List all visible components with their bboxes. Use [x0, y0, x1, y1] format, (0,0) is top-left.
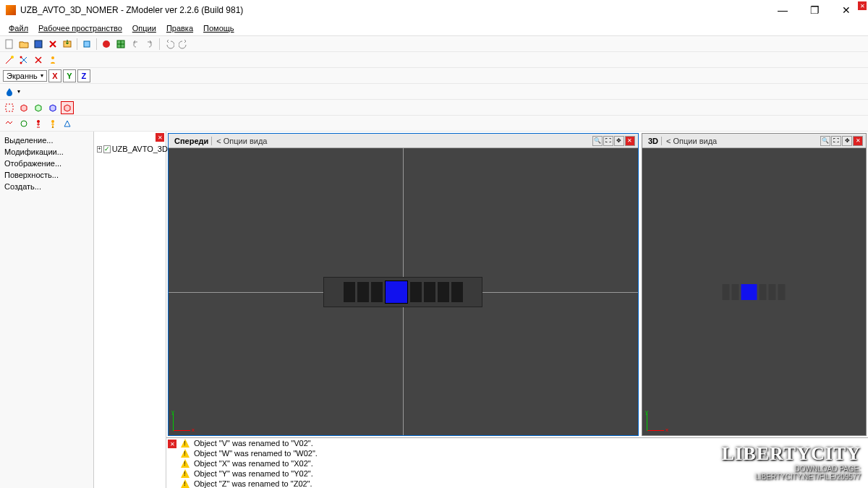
delete-icon[interactable]: [46, 38, 59, 51]
cube4-icon[interactable]: [61, 101, 74, 114]
redo-icon[interactable]: [143, 38, 156, 51]
redo2-icon[interactable]: [177, 38, 190, 51]
vp-zoom-icon[interactable]: 🔍: [592, 136, 603, 146]
new-file-icon[interactable]: [3, 38, 16, 51]
viewport-3d[interactable]: 3D < Опции вида 🔍 ⛶ ✥ ✕: [642, 133, 867, 436]
viewport-canvas-3d[interactable]: xy: [642, 148, 866, 435]
grid-icon[interactable]: [114, 38, 127, 51]
vp-pan-icon[interactable]: ✥: [842, 136, 852, 146]
vp-fit-icon[interactable]: ⛶: [603, 136, 613, 146]
svg-point-7: [20, 56, 22, 58]
cube2-icon[interactable]: [32, 101, 45, 114]
cut-icon[interactable]: [32, 53, 45, 67]
undo-icon[interactable]: [129, 38, 142, 51]
viewport-canvas-front[interactable]: xy: [169, 148, 638, 435]
menu-help[interactable]: Помощь: [199, 22, 239, 34]
undo2-icon[interactable]: [163, 38, 176, 51]
svg-point-6: [11, 56, 14, 59]
watermark-line2: LIBERTYCITY.NET/FILE/209577: [722, 473, 861, 481]
menu-edit[interactable]: Правка: [162, 22, 197, 34]
tree-root[interactable]: + ✓ UZB_AVTO_3D: [94, 143, 166, 155]
drop-icon[interactable]: [3, 85, 16, 98]
vp-close-icon[interactable]: ✕: [853, 136, 863, 146]
model-plate-3d: [723, 284, 786, 300]
watermark-brand: LIBERTYCITY: [722, 443, 861, 465]
svg-point-13: [51, 120, 54, 123]
viewport-options[interactable]: < Опции вида: [216, 137, 267, 145]
panel-close-icon[interactable]: ✕: [858, 1, 867, 10]
mode2-icon[interactable]: [17, 117, 30, 130]
mode3-icon[interactable]: [32, 117, 45, 130]
viewport-options[interactable]: < Опции вида: [666, 137, 717, 145]
app-icon: [6, 5, 16, 15]
person-icon[interactable]: [46, 53, 59, 67]
warning-icon: [181, 479, 190, 488]
warning-icon: [181, 449, 190, 458]
tool-icon[interactable]: [80, 38, 93, 51]
vp-zoom-icon[interactable]: 🔍: [820, 136, 830, 146]
svg-point-12: [37, 120, 40, 123]
axis-mode-dropdown[interactable]: Экраннь ▾: [3, 70, 47, 82]
viewport-front[interactable]: Спереди < Опции вида 🔍 ⛶ ✥ ✕: [168, 133, 639, 436]
mode4-icon[interactable]: [46, 117, 59, 130]
left-row-surface[interactable]: Поверхность...: [0, 169, 93, 181]
import-icon[interactable]: [61, 38, 74, 51]
cube3-icon[interactable]: [46, 101, 59, 114]
svg-point-9: [51, 56, 54, 59]
warning-icon: [181, 469, 190, 478]
watermark-line1: DOWNLOAD PAGE:: [722, 465, 861, 473]
model-plate: [323, 277, 482, 307]
mode5-icon[interactable]: [61, 117, 74, 130]
minimize-button[interactable]: —: [767, 0, 799, 20]
menu-file[interactable]: Файл: [4, 22, 33, 34]
menu-options[interactable]: Опции: [128, 22, 161, 34]
axis-indicator: xy: [173, 409, 195, 431]
save-icon[interactable]: [32, 38, 45, 51]
vp-pan-icon[interactable]: ✥: [614, 136, 624, 146]
tree-root-label: UZB_AVTO_3D: [112, 145, 168, 153]
warning-icon: [181, 459, 190, 468]
select-icon[interactable]: [3, 101, 16, 114]
open-icon[interactable]: [17, 38, 30, 51]
left-row-modifications[interactable]: Модификации...: [0, 146, 93, 158]
axis-mode-label: Экраннь: [7, 72, 38, 80]
panel-close-icon[interactable]: ✕: [156, 133, 164, 142]
vp-close-icon[interactable]: ✕: [625, 136, 635, 146]
left-row-display[interactable]: Отображение...: [0, 158, 93, 169]
axis-z-button[interactable]: Z: [77, 69, 90, 82]
svg-rect-3: [84, 41, 90, 47]
wand-icon[interactable]: [3, 53, 16, 67]
tree-expand-icon[interactable]: +: [97, 146, 102, 153]
chevron-down-icon[interactable]: ▾: [17, 88, 20, 95]
stop-icon[interactable]: [100, 38, 113, 51]
menu-workspace[interactable]: Рабочее пространство: [34, 22, 127, 34]
axis-y-button[interactable]: Y: [63, 69, 76, 82]
panel-close-icon[interactable]: ✕: [168, 440, 176, 448]
viewport-name: Спереди: [171, 137, 212, 145]
warning-icon: [181, 439, 190, 448]
viewport-name: 3D: [645, 137, 662, 145]
window-title: UZB_AVTO_3D_NOMER - ZModeler ver 2.2.6 (…: [20, 5, 767, 15]
left-row-create[interactable]: Создать...: [0, 181, 93, 192]
svg-rect-1: [35, 40, 42, 48]
vp-fit-icon[interactable]: ⛶: [831, 136, 841, 146]
left-row-selection[interactable]: Выделение...: [0, 134, 93, 146]
mode1-icon[interactable]: [3, 117, 16, 130]
axis-x-button[interactable]: X: [48, 69, 61, 82]
svg-point-8: [20, 61, 22, 64]
scissors-icon[interactable]: [17, 53, 30, 67]
tree-checkbox[interactable]: ✓: [103, 145, 111, 153]
svg-point-11: [21, 121, 27, 127]
chevron-down-icon: ▾: [41, 72, 43, 79]
svg-rect-0: [6, 40, 12, 48]
watermark: LIBERTYCITY DOWNLOAD PAGE: LIBERTYCITY.N…: [722, 443, 861, 481]
cube1-icon[interactable]: [17, 101, 30, 114]
svg-point-4: [103, 40, 110, 48]
axis-indicator: xy: [647, 409, 668, 431]
svg-rect-10: [6, 104, 13, 111]
maximize-button[interactable]: ❐: [799, 0, 830, 20]
